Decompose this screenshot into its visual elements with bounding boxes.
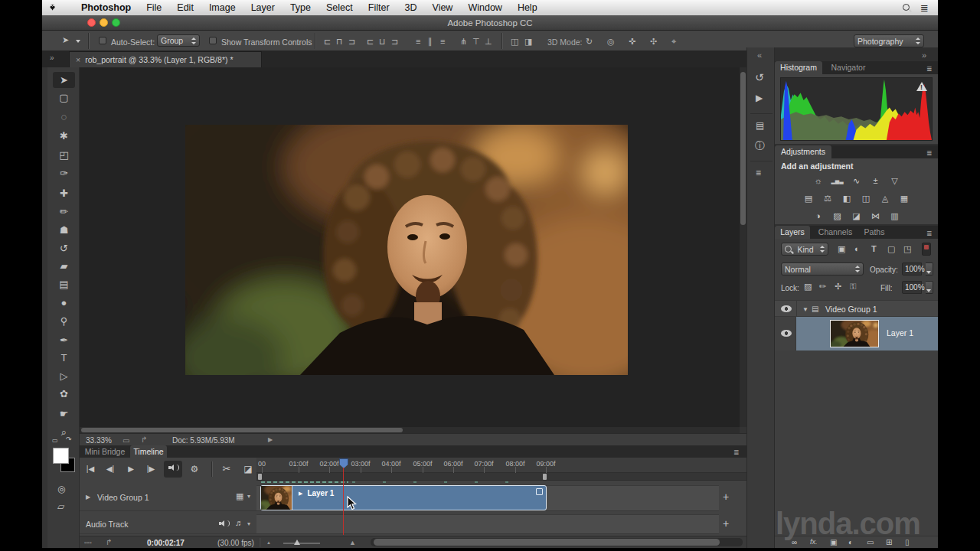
crop-tool[interactable]: ◰ [57,148,70,161]
layer-filter-toggle[interactable] [922,243,931,256]
split-clip-button[interactable]: ✂ [217,461,236,478]
eraser-tool[interactable]: ▰ [57,259,70,272]
video-group-disclosure-icon[interactable]: ▼ [802,306,808,313]
layer1-thumbnail[interactable] [830,320,879,347]
brightness-contrast-icon[interactable]: ☼ [812,174,825,187]
menu-file[interactable]: File [139,2,169,13]
timeline-zoom-slider[interactable] [283,543,320,544]
3d-slide-icon[interactable]: ✣ [650,37,657,47]
zoom-out-mountain-icon[interactable]: ▲ [266,540,271,545]
menu-select[interactable]: Select [318,2,361,13]
horizontal-scrollbar[interactable] [80,427,740,433]
clone-stamp-tool[interactable]: ☗ [57,223,70,236]
tool-preset-caret-icon[interactable] [76,40,80,43]
export-status-icon[interactable]: ↱ [141,435,147,444]
notification-list-icon[interactable]: ≣ [920,2,929,14]
3d-roll-icon[interactable]: ◎ [607,37,615,47]
auto-select-checkbox[interactable] [99,37,106,44]
vertical-scrollbar-thumb[interactable] [740,72,746,225]
brush-tool[interactable]: ✏ [57,205,70,218]
gradient-map-icon[interactable]: ⋈ [869,210,883,222]
tab-channels[interactable]: Channels [813,226,858,239]
distribute-right-icon[interactable]: ⊥ [485,37,492,47]
filter-adjustment-layers-icon[interactable]: ◐ [854,245,860,253]
path-selection-tool[interactable]: ▷ [57,370,70,383]
render-export-icon[interactable]: ↱ [106,538,112,546]
screen-mode-icon[interactable]: ▱ [57,502,64,511]
window-title-bar[interactable]: Adobe Photoshop CC [42,15,938,31]
layer-filter-kind-dropdown[interactable]: Kind [781,243,828,256]
pen-tool[interactable]: ✒ [57,334,70,347]
filter-pixel-layers-icon[interactable]: ▣ [838,245,845,253]
tab-navigator[interactable]: Navigator [825,61,871,74]
actions-panel-icon[interactable]: ▶ [756,93,763,103]
video-group-disclosure-icon[interactable]: ▶ [86,494,90,500]
align-right-icon[interactable]: ⊐ [391,37,398,47]
zoom-in-mountain-icon[interactable]: ▲ [349,539,356,546]
auto-align-icon[interactable]: ◫ [511,37,518,47]
tab-timeline[interactable]: Timeline [130,445,167,458]
fill-field[interactable]: 100% [902,281,922,294]
layers-panel-menu-icon[interactable]: ≣ [926,230,933,237]
zoom-level-field[interactable]: 33.33% [86,436,112,445]
levels-icon[interactable]: ▂▅▃ [831,174,844,187]
document-tab[interactable]: × rob_portrait @ 33.3% (Layer 1, RGB/8*)… [69,51,262,67]
history-brush-tool[interactable]: ↺ [57,242,70,255]
opacity-field[interactable]: 100% [902,262,922,276]
threshold-icon[interactable]: ◪ [850,210,864,222]
properties-panel-icon[interactable]: ≡ [756,168,761,178]
curves-icon[interactable]: ∿ [850,174,864,187]
proxy-view-icon[interactable]: ▭ [122,436,129,445]
show-transform-checkbox[interactable] [209,37,217,44]
hand-tool[interactable]: ☛ [57,407,70,420]
close-tab-icon[interactable]: × [76,55,80,64]
3d-drag-icon[interactable]: ✜ [629,37,635,47]
timeline-panel-menu-icon[interactable]: ≣ [733,448,740,456]
histogram-panel-menu-icon[interactable]: ≣ [926,65,933,73]
video-track-film-icon[interactable]: ▦ [236,492,243,500]
dock-collapse-icon[interactable]: « [757,51,762,60]
add-video-track-button[interactable]: + [723,491,729,502]
menu-filter[interactable]: Filter [361,2,397,13]
type-tool[interactable]: T [57,351,70,364]
clone-source-panel-icon[interactable]: ▤ [756,121,764,130]
align-bottom-edges-icon[interactable]: ⊐ [348,37,355,47]
timeline-zoom-slider-thumb[interactable] [294,540,300,545]
menu-3d[interactable]: 3D [397,2,425,13]
tools-expand-icon[interactable]: » [50,54,54,62]
gradient-tool[interactable]: ▤ [57,278,70,291]
align-horizontal-centers-icon[interactable]: ⊔ [379,37,386,47]
first-frame-button[interactable]: |◀ [81,461,100,478]
lock-transparency-icon[interactable]: ▨ [804,282,812,291]
add-audio-track-button[interactable]: + [723,518,729,529]
menu-photoshop[interactable]: Photoshop [74,2,139,13]
next-frame-button[interactable]: |▶ [142,461,160,478]
exposure-icon[interactable]: ± [869,174,883,187]
zoom-window-button[interactable] [112,18,120,27]
align-top-edges-icon[interactable]: ⊏ [324,37,331,47]
work-area-start-handle[interactable] [258,474,262,480]
quick-mask-icon[interactable]: ◎ [57,484,65,494]
minimize-window-button[interactable] [100,18,108,27]
align-vertical-centers-icon[interactable]: ⊓ [336,37,343,47]
history-panel-icon[interactable]: ↺ [755,72,764,83]
canvas-area[interactable] [80,67,740,427]
video-group-visibility-eye-icon[interactable] [781,305,792,312]
vibrance-icon[interactable]: ▽ [888,174,902,187]
opacity-caret[interactable] [926,262,933,276]
rectangular-marquee-tool[interactable]: ▢ [57,91,70,104]
color-lookup-icon[interactable]: ▦ [897,192,911,204]
channel-mixer-icon[interactable]: ◬ [878,192,892,204]
quick-selection-tool[interactable]: ✱ [57,129,70,142]
histogram-plot[interactable]: ! [780,77,933,141]
clip-options-icon[interactable] [536,488,543,495]
invert-icon[interactable]: ◑ [812,210,825,222]
align-left-icon[interactable]: ⊏ [367,37,374,47]
horizontal-scrollbar-thumb[interactable] [81,428,403,432]
panels-collapse-icon[interactable]: » [922,51,926,60]
clip-disclosure-icon[interactable]: ▶ [299,491,302,497]
blend-mode-dropdown[interactable]: Normal [781,262,864,276]
workspace-dropdown[interactable]: Photography [854,34,924,47]
tab-adjustments[interactable]: Adjustments [775,145,831,158]
menu-type[interactable]: Type [283,2,318,13]
